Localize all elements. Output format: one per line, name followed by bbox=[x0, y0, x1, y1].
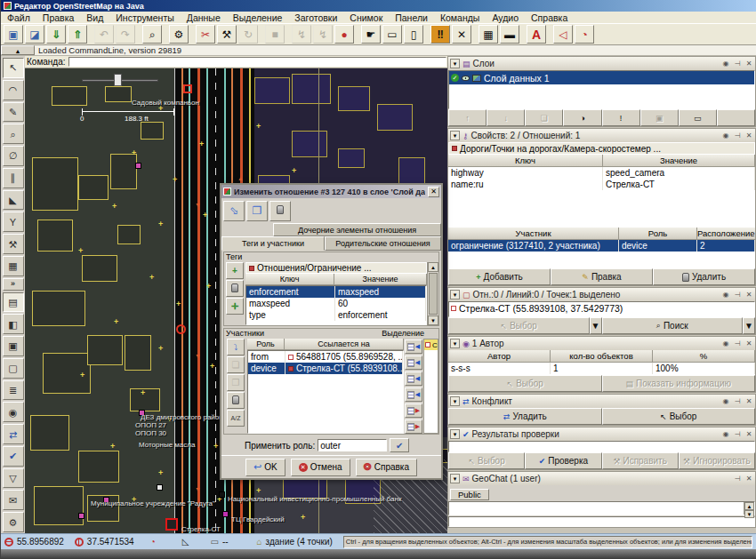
layer-delete-icon[interactable] bbox=[717, 109, 755, 126]
sticky-icon[interactable]: ◉ bbox=[721, 430, 730, 438]
validator-select-button[interactable]: ↖Выбор bbox=[448, 452, 525, 469]
scroll-down-button[interactable]: ▼ bbox=[428, 315, 438, 325]
dialog-tag-row[interactable]: type enforcement bbox=[246, 309, 426, 321]
flash-two-icon[interactable]: ↯ bbox=[313, 25, 333, 44]
car-icon[interactable]: ▭ bbox=[382, 25, 402, 44]
placeholder-icon[interactable]: ■ bbox=[265, 25, 285, 44]
scrollbar[interactable]: ▲▼ bbox=[744, 502, 754, 515]
tab-tags-members[interactable]: Теги и участники bbox=[221, 236, 325, 251]
new-layer-icon[interactable]: ▣ bbox=[4, 25, 23, 44]
column-value[interactable]: Значение bbox=[334, 274, 427, 285]
layer-row[interactable]: ✓ Слой данных 1 bbox=[449, 71, 754, 84]
menu-windows[interactable]: Панели bbox=[389, 12, 434, 23]
dialog-title-bar[interactable]: Изменить отношение #3 127 410 в слое 'Сл… bbox=[221, 185, 441, 198]
layer-new-icon[interactable]: ▭ bbox=[679, 109, 717, 126]
validator-results-list[interactable] bbox=[448, 441, 755, 452]
preset-banner[interactable]: Дороги/Точки на дорогах/Камера-скоростем… bbox=[448, 142, 755, 155]
sticky-icon[interactable]: ◉ bbox=[721, 397, 730, 405]
authors-collapse-button[interactable]: ▾ bbox=[450, 339, 460, 348]
dock-icon[interactable]: ⊣ bbox=[733, 132, 742, 140]
lasso-tool-button[interactable]: ◠ bbox=[3, 80, 24, 100]
column-key[interactable]: Ключ bbox=[448, 155, 603, 167]
dock-icon[interactable]: ⊣ bbox=[733, 430, 742, 438]
author-row[interactable]: s-s-s 1 100% bbox=[448, 363, 755, 374]
validator-collapse-button[interactable]: ▾ bbox=[450, 429, 460, 439]
conflict-toggle-button[interactable]: ⇄ bbox=[3, 424, 24, 444]
close-icon[interactable]: ✕ bbox=[744, 475, 753, 483]
zoom-slider-knob[interactable] bbox=[114, 74, 122, 86]
column-position[interactable]: Расположение bbox=[697, 228, 756, 240]
toolbar-collapse-button[interactable]: ▲ bbox=[1, 45, 35, 55]
dialog-member-row[interactable]: from 564881705 (55.8969528, ... bbox=[248, 351, 403, 363]
select-members-button[interactable]: ▶ bbox=[405, 403, 422, 418]
properties-collapse-button[interactable]: ▾ bbox=[450, 131, 460, 140]
cancel-button[interactable]: ✕Отмена bbox=[291, 459, 350, 476]
menu-imagery[interactable]: Снимок bbox=[343, 12, 389, 23]
sticky-icon[interactable]: ◉ bbox=[721, 339, 730, 347]
clock-icon[interactable]: ◔ bbox=[575, 25, 594, 44]
authors-info-button[interactable]: ▤Показать информацию bbox=[602, 375, 756, 392]
preferences-icon[interactable]: ⚙ bbox=[169, 25, 189, 44]
tags-toggle-button[interactable]: ◧ bbox=[3, 314, 24, 334]
history-toggle-button[interactable]: ≣ bbox=[3, 380, 24, 401]
pan-icon[interactable]: ☛ bbox=[361, 25, 381, 44]
column-refers-to[interactable]: Ссылается на bbox=[285, 339, 404, 350]
geochat-public-tab[interactable]: Public bbox=[450, 489, 489, 500]
edit-tag-button[interactable]: ✎Правка bbox=[551, 268, 653, 285]
building-tool-button[interactable]: ▦ bbox=[3, 256, 24, 276]
selected-node-marker[interactable] bbox=[165, 518, 178, 531]
relations-toggle-button[interactable]: ▣ bbox=[3, 336, 24, 356]
parallel-tool-button[interactable]: ∥ bbox=[3, 168, 24, 188]
conflict-resolve-button[interactable]: ⇄Уладить bbox=[448, 408, 602, 425]
settings-button[interactable]: ⚙ bbox=[3, 512, 24, 532]
dock-icon[interactable]: ⊣ bbox=[733, 475, 742, 483]
add-tag-button[interactable]: + bbox=[226, 262, 244, 279]
dialog-tag-row[interactable]: enforcement maxspeed bbox=[246, 286, 426, 298]
combine-way-icon[interactable]: ⚒ bbox=[217, 25, 237, 44]
flash-one-icon[interactable]: ↯ bbox=[292, 25, 311, 44]
layer-visible-icon[interactable] bbox=[462, 76, 470, 81]
authors-toggle-button[interactable]: ◉ bbox=[3, 402, 24, 422]
tag-row[interactable]: highway speed_camera bbox=[448, 167, 755, 179]
selection-search-dropdown[interactable]: ▼ bbox=[743, 317, 755, 334]
tag-row[interactable]: name:ru Стрелка-СТ bbox=[448, 179, 755, 190]
add-selected-above-button[interactable]: ◀ bbox=[405, 355, 422, 370]
paste-member-button[interactable]: ❐ bbox=[227, 374, 245, 391]
menu-tools[interactable]: Инструменты bbox=[109, 12, 180, 23]
remove-member-button[interactable] bbox=[227, 392, 245, 409]
delete-icon[interactable]: ✕ bbox=[452, 25, 471, 44]
role-input[interactable] bbox=[318, 439, 387, 451]
dock-icon[interactable]: ⊣ bbox=[733, 339, 742, 347]
upload-icon[interactable]: ⇑ bbox=[68, 25, 87, 44]
close-icon[interactable]: ✕ bbox=[744, 132, 753, 140]
close-icon[interactable]: ✕ bbox=[744, 291, 753, 299]
apply-and-new-button[interactable]: ❐ bbox=[246, 201, 268, 221]
menu-view[interactable]: Вид bbox=[80, 12, 109, 23]
selected-object-row[interactable]: Стрелка-СТ (55.8939108, 37.5429773) bbox=[449, 302, 754, 315]
download-icon[interactable]: ⇓ bbox=[46, 25, 66, 44]
selection-collapse-button[interactable]: ▾ bbox=[450, 290, 460, 299]
layers-toggle-button[interactable]: ▤ bbox=[3, 292, 24, 313]
close-icon[interactable]: ✕ bbox=[744, 430, 753, 438]
layer-up-icon[interactable]: ↑ bbox=[448, 109, 487, 126]
audio-icon[interactable]: ◁ bbox=[553, 25, 573, 44]
apply-role-button[interactable]: ✔ bbox=[390, 438, 409, 452]
more-tools-button[interactable]: » bbox=[3, 278, 24, 291]
layer-down-icon[interactable]: ↓ bbox=[487, 109, 525, 126]
scroll-up-button[interactable]: ▲ bbox=[428, 262, 438, 272]
accuracy-tool-button[interactable]: ◣ bbox=[3, 190, 24, 211]
draw-tool-button[interactable]: ✎ bbox=[3, 102, 24, 123]
add-selected-below-button[interactable]: ◀ bbox=[405, 371, 422, 386]
layer-active-icon[interactable]: ✓ bbox=[451, 74, 459, 82]
membership-row[interactable]: ограничение (3127410, 2 участника) devic… bbox=[448, 240, 755, 252]
undo-icon[interactable]: ↶ bbox=[94, 25, 114, 44]
geochat-collapse-button[interactable]: ▾ bbox=[450, 474, 460, 483]
paste-tags-button[interactable]: ✛ bbox=[226, 298, 244, 315]
authors-select-button[interactable]: ↖Выбор bbox=[448, 375, 602, 392]
column-percent[interactable]: % bbox=[653, 350, 755, 363]
tab-child-relations[interactable]: Дочерние элементы отношения bbox=[273, 223, 441, 236]
command-input[interactable] bbox=[68, 57, 446, 67]
conflict-collapse-button[interactable]: ▾ bbox=[450, 396, 460, 406]
open-file-icon[interactable]: ◪ bbox=[25, 25, 44, 44]
bus-icon[interactable]: ▯ bbox=[404, 25, 423, 44]
